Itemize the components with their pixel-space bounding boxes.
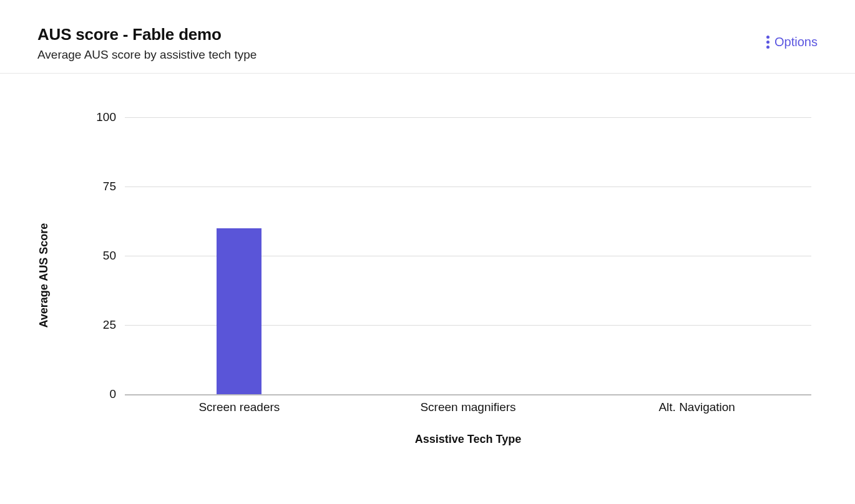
card-header: AUS score - Fable demo Average AUS score… [0,0,855,74]
vertical-ellipsis-icon [766,36,770,49]
chart-card: AUS score - Fable demo Average AUS score… [0,0,855,504]
options-button-label: Options [774,35,818,49]
plot-area: Assistive Tech Type 0255075100Screen rea… [125,117,811,394]
page-title: AUS score - Fable demo [37,25,256,44]
gridline [125,117,811,118]
gridline [125,187,811,187]
x-tick-label: Alt. Navigation [658,400,735,414]
x-tick-label: Screen magnifiers [420,400,515,414]
chart: Average AUS Score Assistive Tech Type 02… [0,74,855,485]
y-tick-label: 0 [109,387,116,401]
y-tick-label: 50 [103,249,116,263]
y-tick-label: 100 [96,110,116,124]
y-tick-label: 75 [103,180,116,193]
page-subtitle: Average AUS score by assistive tech type [37,48,256,62]
title-block: AUS score - Fable demo Average AUS score… [37,25,256,62]
options-button[interactable]: Options [760,31,824,53]
x-axis-label: Assistive Tech Type [125,433,811,446]
y-tick-label: 25 [103,318,116,332]
bar[interactable] [217,228,261,394]
x-axis-baseline [125,394,811,395]
y-axis-label: Average AUS Score [37,223,51,328]
x-tick-label: Screen readers [198,400,280,414]
